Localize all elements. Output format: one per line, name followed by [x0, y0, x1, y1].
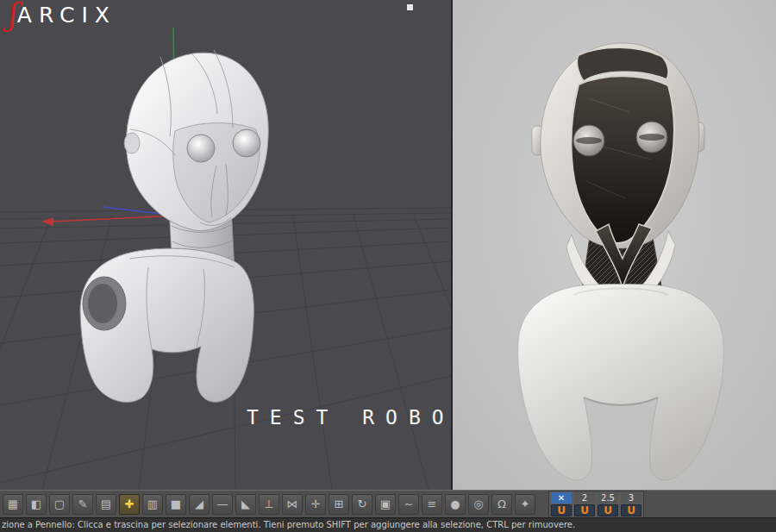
viewport-render[interactable] [453, 0, 776, 490]
prism-tool-button[interactable]: ◢ [189, 494, 210, 515]
app-window: ʃ ARCIX TEST ROBOT [0, 0, 776, 532]
brand-logo-glyph-icon: ʃ [7, 2, 16, 28]
snap-clear-button[interactable]: ✕ [551, 492, 572, 504]
robot-eye-right [233, 129, 260, 157]
add-cube-tool-button[interactable]: ✚ [119, 494, 140, 515]
ramp-tool-button[interactable]: ◣ [235, 494, 256, 515]
marquee-tool-button[interactable]: ▢ [49, 494, 70, 515]
viewport-perspective[interactable]: ʃ ARCIX TEST ROBOT [0, 0, 453, 490]
rendered-robot-scene [453, 0, 776, 490]
mirror-tool-button[interactable]: ⋈ [282, 494, 303, 515]
snap-column: ✕U [551, 492, 572, 516]
move-tool-button[interactable]: ✛ [305, 494, 326, 515]
toolbar-icons: ▦◧▢✎▤✚▥■◢—◣⊥⋈✛⊞↻▣~≡●◎Ω✦ [3, 494, 535, 515]
brush-tool-button[interactable]: ✎ [72, 494, 93, 515]
snap-settings-group: ✕U2U2.5U3U [548, 491, 644, 518]
magnet-snap-toggle[interactable]: U [621, 504, 641, 516]
edge-tool-button[interactable]: — [212, 494, 233, 515]
axis-x-red [52, 216, 176, 222]
snap-preset-2-5-button[interactable]: 2.5 [598, 492, 618, 504]
sphere-tool-button[interactable]: ● [445, 494, 466, 515]
brand-logo: ʃ ARCIX [7, 2, 116, 29]
viewport-corner-handle[interactable] [407, 4, 413, 10]
bounds-tool-button[interactable]: ⊞ [329, 494, 349, 515]
pin-tool-button[interactable]: ⊥ [259, 494, 279, 515]
spline-tool-button[interactable]: ~ [398, 494, 419, 515]
rotate-tool-button[interactable]: ↻ [352, 494, 372, 515]
viewport-area: ʃ ARCIX TEST ROBOT [0, 0, 776, 490]
list-tool-button[interactable]: ≡ [422, 494, 442, 515]
snap-preset-2-button[interactable]: 2 [574, 492, 595, 504]
cube-tool-button[interactable]: ◧ [26, 494, 47, 515]
grid-array-tool-button[interactable]: ▦ [3, 494, 23, 515]
solid-cube-tool-button[interactable]: ■ [166, 494, 186, 515]
magnet-tool-button[interactable]: Ω [491, 494, 512, 515]
snap-column: 2U [574, 492, 595, 516]
rings-tool-button[interactable]: ◎ [468, 494, 489, 515]
magnet-snap-toggle[interactable]: U [574, 504, 595, 516]
status-bar: zione a Pennello: Clicca e trascina per … [0, 517, 776, 532]
magnet-snap-toggle[interactable]: U [551, 504, 572, 516]
snap-column: 2.5U [598, 492, 618, 516]
brand-logo-text: ARCIX [17, 2, 116, 29]
magnet-snap-toggle[interactable]: U [598, 504, 618, 516]
tweak-tool-button[interactable]: ✦ [515, 494, 535, 515]
robot-eye-left [187, 135, 215, 162]
pattern-tool-button[interactable]: ▤ [96, 494, 116, 515]
viewport-caption: TEST ROBOT [247, 406, 453, 429]
frame-tool-button[interactable]: ▣ [375, 494, 396, 515]
status-message: zione a Pennello: Clicca e trascina per … [2, 520, 575, 529]
snap-column: 3U [621, 492, 641, 516]
snap-preset-3-button[interactable]: 3 [621, 492, 641, 504]
modeling-toolbar: ▦◧▢✎▤✚▥■◢—◣⊥⋈✛⊞↻▣~≡●◎Ω✦ ✕U2U2.5U3U [0, 490, 776, 517]
columns-tool-button[interactable]: ▥ [142, 494, 163, 515]
